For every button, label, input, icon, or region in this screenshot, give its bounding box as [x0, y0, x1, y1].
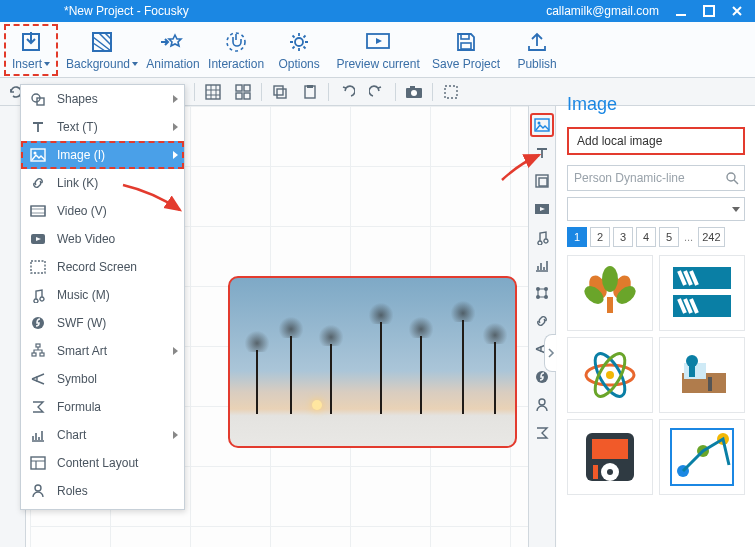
- menu-item-contentlayout[interactable]: Content Layout: [21, 449, 184, 477]
- svg-rect-20: [445, 86, 457, 98]
- svg-rect-10: [244, 85, 250, 91]
- publish-button[interactable]: Publish: [510, 24, 564, 76]
- svg-rect-32: [31, 457, 45, 469]
- minimize-button[interactable]: [667, 2, 695, 20]
- copy-icon[interactable]: [268, 81, 292, 103]
- search-placeholder: Person Dynamic-line: [574, 171, 685, 185]
- close-button[interactable]: [723, 2, 751, 20]
- svg-point-44: [539, 399, 545, 405]
- side-music-icon[interactable]: [531, 226, 553, 248]
- page-button[interactable]: 5: [659, 227, 679, 247]
- animation-button[interactable]: Animation: [146, 24, 200, 76]
- toolbar-separator: [194, 83, 195, 101]
- interaction-button[interactable]: Interaction: [208, 24, 264, 76]
- svg-point-66: [607, 469, 613, 475]
- clipart-thumbnail[interactable]: [567, 337, 653, 413]
- clipart-thumbnail[interactable]: [567, 419, 653, 495]
- side-smartart-icon[interactable]: [531, 282, 553, 304]
- panel-collapse-handle[interactable]: [544, 334, 556, 372]
- svg-point-33: [35, 485, 41, 491]
- svg-point-35: [538, 122, 541, 125]
- menu-item-text[interactable]: Text (T): [21, 113, 184, 141]
- inserted-image[interactable]: [228, 276, 517, 448]
- page-button[interactable]: 1: [567, 227, 587, 247]
- save-icon: [455, 29, 477, 56]
- menu-item-recordscreen[interactable]: Record Screen: [21, 253, 184, 281]
- paste-icon[interactable]: [298, 81, 322, 103]
- undo-icon[interactable]: [335, 81, 359, 103]
- insert-menu-button[interactable]: Insert: [4, 24, 58, 76]
- symbol-icon: [29, 371, 47, 387]
- tile-icon[interactable]: [231, 81, 255, 103]
- menu-item-webvideo[interactable]: Web Video: [21, 225, 184, 253]
- svg-rect-61: [689, 365, 695, 377]
- menu-item-roles[interactable]: Roles: [21, 477, 184, 505]
- svg-rect-11: [236, 93, 242, 99]
- page-button[interactable]: 4: [636, 227, 656, 247]
- side-roles-icon[interactable]: [531, 394, 553, 416]
- side-formula-icon[interactable]: [531, 422, 553, 444]
- chevron-right-icon: [173, 431, 178, 439]
- text-icon: [29, 119, 47, 135]
- page-button[interactable]: 2: [590, 227, 610, 247]
- page-button[interactable]: 3: [613, 227, 633, 247]
- grid-icon[interactable]: [201, 81, 225, 103]
- clipart-thumbnail[interactable]: [567, 255, 653, 331]
- preview-current-button[interactable]: Preview current: [334, 24, 422, 76]
- toolbar-separator: [432, 83, 433, 101]
- background-menu-button[interactable]: Background: [66, 24, 138, 76]
- page-button-last[interactable]: 242: [698, 227, 724, 247]
- svg-rect-14: [277, 89, 286, 98]
- menu-item-smartart[interactable]: Smart Art: [21, 337, 184, 365]
- svg-rect-64: [592, 439, 628, 459]
- video-icon: [29, 203, 47, 219]
- preview-icon: [364, 29, 392, 56]
- flash-icon: [29, 315, 47, 331]
- menu-item-shapes[interactable]: Shapes: [21, 85, 184, 113]
- annotation-arrow: [118, 180, 188, 220]
- search-input[interactable]: Person Dynamic-line: [567, 165, 745, 191]
- menu-item-symbol[interactable]: Symbol: [21, 365, 184, 393]
- publish-icon: [526, 29, 548, 56]
- add-local-image-button[interactable]: Add local image: [567, 127, 745, 155]
- snapshot-icon[interactable]: [439, 81, 463, 103]
- svg-rect-31: [40, 353, 44, 356]
- svg-rect-9: [236, 85, 242, 91]
- svg-rect-6: [461, 34, 469, 39]
- redo-icon[interactable]: [365, 81, 389, 103]
- svg-point-24: [34, 152, 37, 155]
- clipart-thumbnail[interactable]: [659, 419, 745, 495]
- maximize-button[interactable]: [695, 2, 723, 20]
- chevron-down-icon: [732, 207, 740, 212]
- svg-point-49: [602, 266, 618, 292]
- account-email[interactable]: callamilk@gmail.com: [546, 4, 667, 18]
- camera-icon[interactable]: [402, 81, 426, 103]
- save-project-button[interactable]: Save Project: [430, 24, 502, 76]
- insert-dropdown: Shapes Text (T) Image (I) Link (K) Video…: [20, 84, 185, 510]
- side-image-icon[interactable]: [531, 114, 553, 136]
- menu-item-music[interactable]: Music (M): [21, 281, 184, 309]
- toolbar-separator: [395, 83, 396, 101]
- menu-item-swf[interactable]: SWF (W): [21, 309, 184, 337]
- menu-item-formula[interactable]: Formula: [21, 393, 184, 421]
- svg-rect-30: [32, 353, 36, 356]
- chevron-right-icon: [173, 95, 178, 103]
- menu-item-chart[interactable]: Chart: [21, 421, 184, 449]
- menu-item-image[interactable]: Image (I): [21, 141, 184, 169]
- clipart-thumbnail[interactable]: [659, 337, 745, 413]
- category-select[interactable]: [567, 197, 745, 221]
- svg-rect-27: [31, 261, 45, 273]
- svg-rect-29: [36, 344, 40, 347]
- chevron-right-icon: [173, 123, 178, 131]
- side-chart-icon[interactable]: [531, 254, 553, 276]
- options-button[interactable]: Options: [272, 24, 326, 76]
- clipart-thumbnail[interactable]: [659, 255, 745, 331]
- side-video-icon[interactable]: [531, 198, 553, 220]
- svg-rect-16: [307, 85, 313, 88]
- record-screen-icon: [29, 259, 47, 275]
- svg-rect-7: [461, 43, 471, 49]
- interaction-icon: [225, 29, 247, 56]
- insert-icon: [18, 29, 44, 56]
- side-link-icon[interactable]: [531, 310, 553, 332]
- image-icon: [29, 147, 47, 163]
